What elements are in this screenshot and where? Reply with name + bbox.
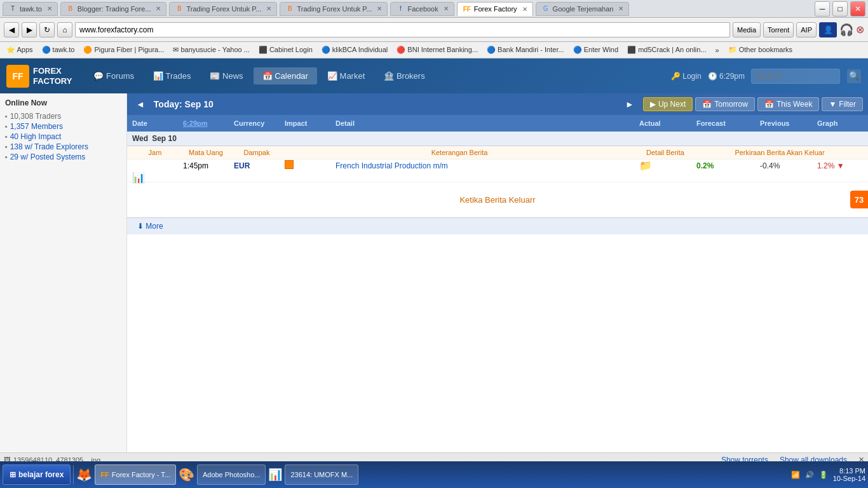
stop-icon[interactable]: ⊗	[856, 24, 864, 36]
bookmark-enterwind[interactable]: 🔵 Enter Wind	[569, 44, 622, 55]
umofx-icon[interactable]: 📊	[268, 468, 282, 482]
cal-btn-tomorrow[interactable]: 📅 Tomorrow	[695, 97, 755, 111]
indo-mata-uang: Mata Uang	[180, 149, 231, 156]
event-graph[interactable]: 📊	[130, 172, 180, 184]
nav-news[interactable]: 📰 News	[201, 67, 252, 85]
tab-favicon-google: G	[541, 4, 550, 13]
tab-close-ff[interactable]: ✕	[522, 6, 527, 13]
col-time[interactable]: 6:29pm	[180, 119, 231, 127]
event-actual: 0.2%	[694, 161, 757, 170]
nav-calendar[interactable]: 📅 Calendar	[254, 67, 317, 85]
current-time: 🕐 6:29pm	[708, 72, 745, 81]
tab-forexfactory[interactable]: FF Forex Factory ✕	[457, 2, 533, 16]
col-previous: Previous	[757, 119, 815, 127]
event-detail[interactable]: 📁	[637, 159, 694, 172]
tab-tawk[interactable]: T tawk.to ✕	[3, 2, 58, 16]
sidebar-link-high-impact[interactable]: 40 High Impact	[10, 132, 62, 141]
cal-more-button[interactable]: ⬇ More	[127, 217, 868, 234]
ff-search-button[interactable]: 🔍	[846, 69, 862, 84]
col-currency: Currency	[231, 119, 282, 127]
event-currency: EUR	[231, 161, 282, 170]
sidebar: Online Now 10,308 Traders 1,357 Members …	[0, 93, 127, 452]
tab-close-google[interactable]: ✕	[618, 5, 623, 12]
bookmark-bni[interactable]: 🔴 BNI Internet Banking...	[393, 44, 482, 55]
cal-event-row-0: 1:45pm EUR French Industrial Production …	[127, 159, 868, 182]
minimize-button[interactable]: ─	[815, 1, 830, 17]
address-bar[interactable]	[75, 22, 730, 37]
bookmark-yahoo[interactable]: ✉ banyusucie - Yahoo ...	[169, 44, 254, 55]
tab-close-trading2[interactable]: ✕	[377, 5, 382, 12]
event-impact	[282, 160, 333, 171]
profile-icon[interactable]: 👤	[819, 22, 837, 37]
sidebar-link-trade-explorers[interactable]: 138 w/ Trade Explorers	[10, 142, 88, 151]
home-button[interactable]: ⌂	[57, 22, 72, 37]
tab-trading1[interactable]: B Trading Forex Untuk P... ✕	[169, 2, 277, 16]
ff-search-input[interactable]	[751, 69, 840, 84]
ff-header-right: 🔑 Login 🕐 6:29pm 🔍	[671, 69, 862, 84]
start-button[interactable]: ⊞ belajar forex	[3, 464, 71, 485]
bookmark-md5crack[interactable]: ⬛ md5Crack | An onlin...	[623, 44, 710, 55]
tab-google[interactable]: G Google Terjemahan ✕	[536, 2, 630, 16]
cal-btn-thisweek[interactable]: 📅 This Week	[757, 97, 819, 111]
tab-close-facebook[interactable]: ✕	[444, 5, 449, 12]
bookmark-cabinet[interactable]: ⬛ Cabinet Login	[255, 44, 316, 55]
tab-facebook[interactable]: f Facebook ✕	[390, 2, 454, 16]
bookmark-pigura[interactable]: 🟠 Pigura Fiber | Pigura...	[79, 44, 168, 55]
media-button[interactable]: Media	[733, 22, 761, 37]
taskbar-right: 📶 🔊 🔋 8:13 PM 10-Sep-14	[791, 467, 865, 482]
maximize-button[interactable]: □	[832, 1, 848, 17]
ff-nav: 💬 Forums 📊 Trades 📰 News 📅 Calendar 📈 Ma…	[85, 67, 671, 85]
back-button[interactable]: ◀	[4, 22, 19, 37]
cal-date-header-row: Wed Sep 10	[127, 132, 868, 146]
network-icon: 📶	[791, 471, 800, 479]
ff-logo-text: FOREX FACTORY	[33, 66, 72, 86]
sidebar-link-posted-systems[interactable]: 29 w/ Posted Systems	[10, 152, 86, 161]
tab-favicon-tawk: T	[8, 4, 17, 13]
bookmark-mandiri[interactable]: 🔵 Bank Mandiri - Inter...	[483, 44, 568, 55]
taskbar-item-ff[interactable]: FF Forex Factory - T...	[95, 464, 176, 485]
col-forecast: Forecast	[694, 119, 757, 127]
tab-close-tawk[interactable]: ✕	[47, 5, 52, 12]
event-title[interactable]: French Industrial Production m/m	[333, 161, 637, 170]
tab-close-blogger1[interactable]: ✕	[156, 5, 161, 12]
bookmarks-bar: ⭐ Apps 🔵 tawk.to 🟠 Pigura Fiber | Pigura…	[0, 42, 868, 58]
bookmark-other[interactable]: 📁 Other bookmarks	[724, 44, 796, 55]
nav-brokers[interactable]: 🏦 Brokers	[375, 67, 433, 85]
calendar-nav: ◄ Today: Sep 10 ► ▶ Up Next 📅 Tomorrow 📅…	[127, 93, 868, 115]
firefox-icon[interactable]: 🦊	[76, 467, 92, 482]
aip-button[interactable]: AIP	[796, 22, 817, 37]
bookmark-more[interactable]: »	[712, 45, 723, 55]
indo-detail: Detail Berita	[637, 149, 694, 156]
taskbar-item-umofx[interactable]: 23614: UMOFX M...	[285, 464, 358, 485]
tab-trading2[interactable]: B Trading Forex Untuk P... ✕	[280, 2, 388, 16]
nav-trades[interactable]: 📊 Trades	[144, 67, 200, 85]
cal-next-arrow[interactable]: ►	[621, 98, 638, 111]
bookmark-klikbca[interactable]: 🔵 klikBCA Individual	[318, 44, 392, 55]
login-link[interactable]: 🔑 Login	[671, 72, 702, 81]
taskbar-item-ps[interactable]: Adobe Photosho...	[197, 464, 266, 485]
volume-icon: 🔊	[805, 471, 814, 479]
photoshop-icon[interactable]: 🎨	[179, 467, 194, 482]
tab-close-trading1[interactable]: ✕	[266, 5, 271, 12]
bookmark-tawk[interactable]: 🔵 tawk.to	[38, 44, 79, 55]
headset-icon[interactable]: 🎧	[839, 23, 853, 37]
cal-btn-upnext[interactable]: ▶ Up Next	[643, 97, 693, 111]
col-detail: Detail	[333, 119, 637, 127]
reload-button[interactable]: ↻	[39, 22, 55, 37]
tab-favicon-facebook: f	[396, 4, 405, 13]
tab-blogger1[interactable]: B Blogger: Trading Fore... ✕	[60, 2, 167, 16]
nav-market[interactable]: 📈 Market	[318, 67, 374, 85]
sidebar-trade-explorers: 138 w/ Trade Explorers	[5, 142, 121, 152]
cal-btn-filter[interactable]: ▼ Filter	[822, 97, 863, 111]
forward-button[interactable]: ▶	[22, 22, 37, 37]
bookmark-apps[interactable]: ⭐ Apps	[3, 44, 37, 55]
close-button[interactable]: ✕	[850, 1, 865, 17]
nav-forums[interactable]: 💬 Forums	[85, 67, 143, 85]
notification-badge[interactable]: 73	[850, 191, 868, 208]
col-impact: Impact	[282, 119, 333, 127]
event-time-val: 1:45pm	[180, 161, 231, 170]
cal-prev-arrow[interactable]: ◄	[132, 98, 149, 111]
taskbar-separator	[73, 465, 74, 484]
sidebar-link-members[interactable]: 1,357 Members	[10, 122, 63, 131]
torrent-button[interactable]: Torrent	[763, 22, 794, 37]
